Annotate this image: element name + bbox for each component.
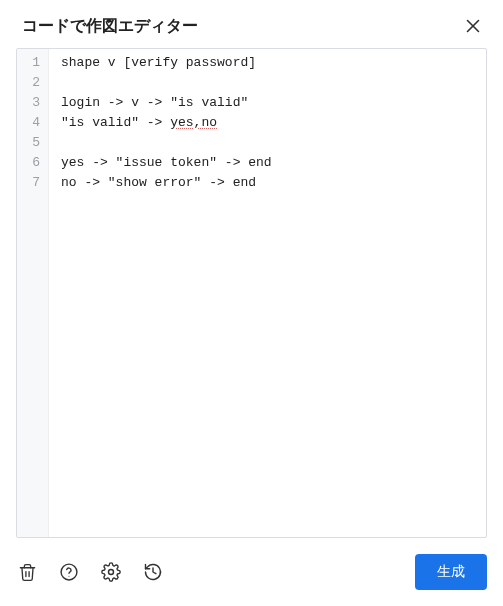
line-number: 2: [17, 73, 48, 93]
panel-footer: 生成: [0, 546, 503, 606]
spell-error: yes,no: [170, 115, 217, 130]
code-content[interactable]: shape v [verify password] login -> v -> …: [49, 49, 486, 537]
help-button[interactable]: [58, 561, 80, 583]
code-line: [61, 73, 486, 93]
line-number: 3: [17, 93, 48, 113]
trash-icon: [18, 563, 37, 582]
line-number: 4: [17, 113, 48, 133]
panel-header: コードで作図エディター: [0, 0, 503, 48]
delete-button[interactable]: [16, 561, 38, 583]
footer-actions: [16, 561, 164, 583]
svg-point-4: [109, 570, 114, 575]
history-icon: [143, 562, 163, 582]
line-number: 1: [17, 53, 48, 73]
code-editor-panel: コードで作図エディター 1234567 shape v [verify pass…: [0, 0, 503, 606]
code-line: shape v [verify password]: [61, 53, 486, 73]
code-line: login -> v -> "is valid": [61, 93, 486, 113]
close-button[interactable]: [461, 14, 485, 38]
generate-button[interactable]: 生成: [415, 554, 487, 590]
help-icon: [59, 562, 79, 582]
gear-icon: [101, 562, 121, 582]
history-button[interactable]: [142, 561, 164, 583]
code-line: "is valid" -> yes,no: [61, 113, 486, 133]
line-number: 6: [17, 153, 48, 173]
settings-button[interactable]: [100, 561, 122, 583]
code-line: [61, 133, 486, 153]
line-number: 5: [17, 133, 48, 153]
code-line: yes -> "issue token" -> end: [61, 153, 486, 173]
line-number: 7: [17, 173, 48, 193]
close-icon: [465, 18, 481, 34]
code-editor[interactable]: 1234567 shape v [verify password] login …: [16, 48, 487, 538]
svg-point-3: [69, 576, 70, 577]
panel-title: コードで作図エディター: [22, 16, 198, 37]
line-number-gutter: 1234567: [17, 49, 49, 537]
code-line: no -> "show error" -> end: [61, 173, 486, 193]
